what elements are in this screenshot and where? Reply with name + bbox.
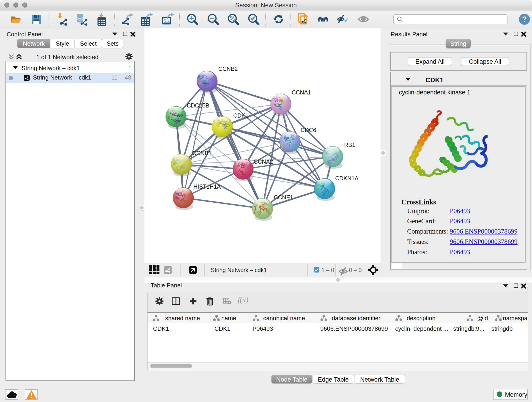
svg-text:?: ? xyxy=(522,15,527,23)
svg-text:CCNA1: CCNA1 xyxy=(292,89,311,96)
svg-text:CDKN1A: CDKN1A xyxy=(335,175,359,182)
svg-text:HIST1H1A: HIST1H1A xyxy=(193,183,221,190)
svg-text:CDK1: CDK1 xyxy=(233,112,249,119)
svg-text:CCNB1: CCNB1 xyxy=(192,150,212,156)
svg-text:CDC6: CDC6 xyxy=(301,127,316,133)
svg-text:CDC25B: CDC25B xyxy=(187,102,209,109)
svg-text:CCNB2: CCNB2 xyxy=(218,65,238,72)
svg-text:RB1: RB1 xyxy=(344,142,355,148)
svg-text:CCNA2: CCNA2 xyxy=(254,158,273,165)
svg-text:CCNE1: CCNE1 xyxy=(274,194,293,201)
